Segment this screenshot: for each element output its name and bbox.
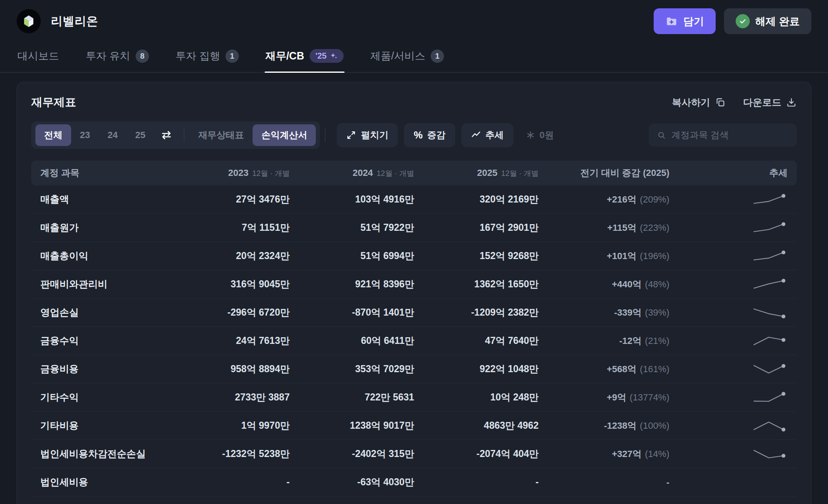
value-2024: 51억 6994만	[290, 250, 414, 262]
panel-title: 재무제표	[31, 95, 76, 110]
change-cell: -339억(39%)	[539, 306, 669, 319]
tab-3[interactable]: 투자 집행1	[175, 44, 240, 72]
trend-line-icon	[471, 130, 481, 140]
download-button-label: 다운로드	[743, 96, 781, 109]
header-actions: 담기 해제 완료	[654, 8, 811, 34]
table-row[interactable]: 기타수익2733만 3887722만 563110억 248만+9억(13774…	[31, 383, 797, 412]
trend-button-label: 추세	[486, 129, 504, 141]
table-row[interactable]: 매출원가7억 1151만51억 7922만167억 2901만+115억(223…	[31, 214, 797, 242]
table-row[interactable]: 매출총이익20억 2324만51억 6994만152억 9268만+101억(1…	[31, 242, 797, 270]
zero-won-label: 0원	[540, 129, 554, 141]
change-cell: -1238억(100%)	[539, 420, 669, 432]
col-trend: 추세	[669, 167, 788, 179]
value-2023: 316억 9045만	[165, 278, 290, 291]
col-year-2024: 202412월 · 개별	[290, 168, 414, 178]
trend-sparkline	[669, 391, 788, 404]
change-percent: (39%)	[645, 307, 669, 318]
statement-chip-재무상태표[interactable]: 재무상태표	[189, 124, 253, 146]
table-row[interactable]: 금융비용958억 8894만353억 7029만922억 1048만+568억(…	[31, 355, 797, 383]
trend-sparkline	[669, 193, 788, 206]
change-percent: (209%)	[640, 194, 669, 205]
copy-button-label: 복사하기	[672, 96, 710, 109]
value-2024: -63억 4030만	[290, 476, 414, 489]
tab-4[interactable]: 재무/CB'25	[265, 44, 345, 72]
period-statement-group: 전체232425재무상태표손익계산서	[31, 121, 320, 149]
value-2024: 1238억 9017만	[290, 419, 414, 432]
table-row[interactable]: 기타비용1억 9970만1238억 9017만4863만 4962-1238억(…	[31, 412, 797, 440]
period-chip-24[interactable]: 24	[99, 125, 126, 145]
account-name: 금융비용	[40, 363, 165, 376]
account-name: 매출총이익	[40, 250, 165, 262]
change-cell: +115억(223%)	[539, 222, 669, 234]
tab-2[interactable]: 투자 유치8	[85, 44, 150, 72]
zero-won-toggle[interactable]: 0원	[526, 129, 554, 141]
change-percent: (161%)	[640, 364, 669, 374]
account-name: 기타수익	[40, 391, 165, 404]
value-2024: -870억 1401만	[290, 306, 414, 319]
panel-header: 재무제표 복사하기 다운로드	[31, 95, 797, 110]
table-row[interactable]: 법인세비용차감전순손실-1232억 5238만-2402억 315만-2074억…	[31, 440, 797, 468]
financial-statements-panel: 재무제표 복사하기 다운로드 전체232425재무상태표손익계산서	[17, 82, 811, 504]
change-amount: -12억	[619, 336, 642, 346]
col-year-2025: 202512월 · 개별	[414, 168, 538, 178]
period-chip-25[interactable]: 25	[126, 125, 154, 145]
change-amount: -1238억	[604, 420, 637, 431]
table-row[interactable]: 당기순손실-1232억 5238만-2338억 6284만-2074억 404만…	[31, 497, 797, 504]
trend-toggle-button[interactable]: 추세	[461, 123, 513, 147]
col-account: 계정 과목	[40, 167, 165, 179]
expand-button-label: 펼치기	[361, 129, 388, 141]
trend-sparkline	[669, 448, 788, 460]
table-row[interactable]: 법인세비용--63억 4030만--	[31, 468, 797, 497]
account-name: 영업손실	[40, 306, 165, 319]
value-2023: 24억 7613만	[165, 334, 290, 347]
table-row[interactable]: 판매비와관리비316억 9045만921억 8396만1362억 1650만+4…	[31, 270, 797, 299]
value-2024: 353억 7029만	[290, 363, 414, 376]
account-name: 기타비용	[40, 419, 165, 432]
period-chip-23[interactable]: 23	[71, 125, 99, 145]
release-complete-button[interactable]: 해제 완료	[724, 8, 811, 34]
table-row[interactable]: 매출액27억 3476만103억 4916만320억 2169만+216억(20…	[31, 185, 797, 214]
value-2025: 152억 9268만	[414, 250, 538, 262]
value-2025: 10억 248만	[414, 391, 538, 404]
value-2025: 167억 2901만	[414, 221, 538, 234]
add-to-folder-button[interactable]: 담기	[654, 8, 716, 34]
change-amount: +115억	[607, 222, 636, 233]
download-button[interactable]: 다운로드	[743, 96, 797, 109]
change-percent: (48%)	[645, 279, 669, 289]
value-2025: -2074억 404만	[414, 447, 538, 460]
value-2025: -1209억 2382만	[414, 306, 538, 319]
change-cell: -12억(21%)	[539, 335, 669, 347]
change-amount: +216억	[607, 194, 637, 205]
value-2023: 1억 9970만	[165, 419, 290, 432]
trend-sparkline	[669, 306, 788, 319]
value-2023: 958억 8894만	[165, 363, 290, 376]
swap-order-button[interactable]	[154, 127, 179, 143]
trend-sparkline	[669, 335, 788, 347]
table-row[interactable]: 금융수익24억 7613만60억 6411만47억 7640만-12억(21%)	[31, 327, 797, 355]
period-chip-전체[interactable]: 전체	[35, 124, 71, 146]
account-name: 매출원가	[40, 221, 165, 234]
account-name: 법인세비용	[40, 476, 165, 489]
percent-icon: %	[414, 129, 422, 141]
copy-button[interactable]: 복사하기	[672, 96, 726, 109]
account-search-input[interactable]	[671, 130, 788, 141]
value-2024: 51억 7922만	[290, 221, 414, 234]
value-2025: 320억 2169만	[414, 193, 538, 206]
change-cell: +9억(13774%)	[539, 391, 669, 404]
change-percent: (196%)	[640, 251, 669, 261]
tab-5[interactable]: 제품/서비스1	[369, 44, 445, 72]
tab-count-badge: 1	[431, 49, 444, 63]
trend-sparkline	[669, 363, 788, 376]
change-amount: -	[666, 477, 669, 487]
expand-button[interactable]: 펼치기	[337, 123, 398, 147]
tab-1[interactable]: 대시보드	[17, 44, 60, 72]
change-toggle-button[interactable]: % 증감	[404, 123, 455, 147]
trend-sparkline	[669, 278, 788, 291]
tab-label: 재무/CB	[265, 49, 304, 63]
change-percent: (223%)	[640, 222, 669, 233]
table-row[interactable]: 영업손실-296억 6720만-870억 1401만-1209억 2382만-3…	[31, 299, 797, 327]
statement-chip-손익계산서[interactable]: 손익계산서	[253, 124, 316, 146]
sparkle-icon	[330, 52, 338, 60]
tab-year-badge: '25	[310, 49, 344, 63]
group-divider	[184, 128, 184, 142]
